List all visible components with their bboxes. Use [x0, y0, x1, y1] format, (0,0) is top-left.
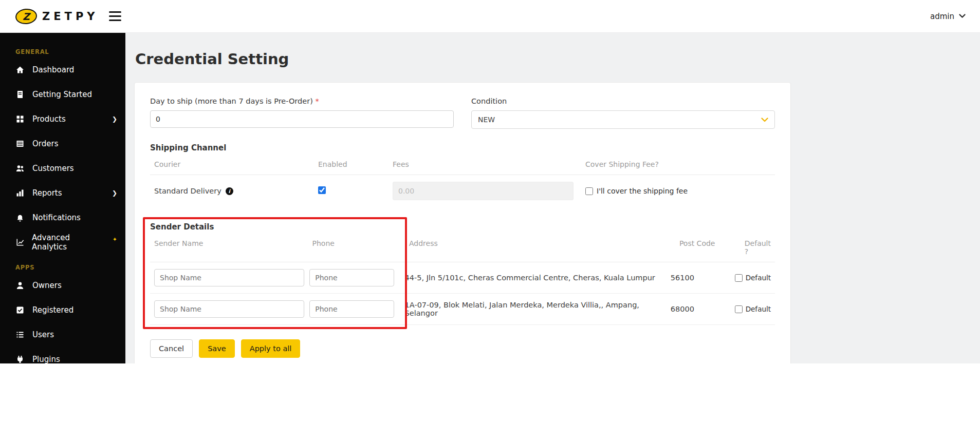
- shop-name-input[interactable]: [154, 269, 304, 286]
- sender-details-section: Sender Details Sender Name Phone Address…: [150, 222, 775, 325]
- post-code-value: 56100: [671, 274, 735, 282]
- cover-shipping-fee-header: Cover Shipping Fee?: [585, 160, 771, 168]
- customers-icon: [15, 164, 25, 172]
- phone-input[interactable]: [309, 300, 394, 318]
- required-asterisk: *: [315, 97, 319, 105]
- shop-name-input[interactable]: [154, 300, 304, 318]
- sender-name-header: Sender Name: [154, 239, 312, 256]
- chevron-right-icon: [112, 116, 117, 123]
- shipping-row: Standard Delivery I'll cover the shippin…: [150, 175, 775, 207]
- sidebar-section-general: GENERAL: [15, 48, 125, 55]
- orders-icon: [15, 140, 25, 148]
- cover-shipping-fee-checkbox[interactable]: [585, 187, 593, 195]
- brand: ZETPY: [15, 9, 123, 24]
- sender-details-title: Sender Details: [150, 222, 775, 232]
- sidebar-item-label: Orders: [32, 139, 58, 148]
- default-checkbox[interactable]: [735, 305, 743, 313]
- zetpy-logo-icon: [15, 7, 38, 25]
- products-icon: [15, 115, 25, 123]
- condition-label: Condition: [471, 97, 775, 105]
- brand-name: ZETPY: [42, 10, 99, 23]
- sidebar-item-label: Customers: [32, 164, 74, 173]
- courier-header: Courier: [154, 160, 318, 168]
- sidebar-item-owners[interactable]: Owners: [0, 273, 125, 298]
- day-to-ship-input[interactable]: [150, 110, 454, 128]
- apply-to-all-button[interactable]: Apply to all: [241, 339, 301, 358]
- day-to-ship-label-text: Day to ship (more than 7 days is Pre-Ord…: [150, 97, 313, 105]
- condition-selected-value: NEW: [478, 116, 495, 124]
- sender-table-header: Sender Name Phone Address Post Code Defa…: [150, 232, 775, 262]
- chevron-right-icon: [112, 189, 117, 197]
- owner-icon: [15, 281, 25, 290]
- form-actions: Cancel Save Apply to all: [150, 339, 775, 358]
- sidebar-item-label: Users: [32, 330, 54, 339]
- sidebar-item-label: Registered: [32, 305, 73, 315]
- credential-setting-card: Day to ship (more than 7 days is Pre-Ord…: [134, 82, 791, 363]
- condition-select[interactable]: NEW: [471, 110, 775, 129]
- sidebar-item-getting-started[interactable]: Getting Started: [0, 82, 125, 107]
- page-title: Credential Setting: [135, 50, 980, 68]
- sidebar-item-label: Getting Started: [32, 90, 92, 99]
- sidebar-item-label: Notifications: [32, 213, 81, 222]
- default-label: Default: [746, 274, 771, 282]
- sidebar-item-label: Owners: [32, 281, 62, 290]
- phone-input[interactable]: [309, 269, 394, 286]
- plugins-icon: [15, 355, 25, 363]
- courier-name: Standard Delivery: [154, 187, 221, 195]
- sidebar-item-dashboard[interactable]: Dashboard: [0, 57, 125, 82]
- sender-row: 1A-07-09, Blok Melati, Jalan Merdeka, Me…: [150, 294, 775, 325]
- premium-star-icon: [113, 236, 117, 243]
- sidebar-item-products[interactable]: Products: [0, 107, 125, 131]
- sender-row: 44-5, Jln 5/101c, Cheras Commercial Cent…: [150, 262, 775, 294]
- info-icon[interactable]: [226, 187, 233, 195]
- analytics-icon: [15, 238, 24, 246]
- sidebar: GENERAL Dashboard Getting Started Produc…: [0, 33, 125, 363]
- reports-icon: [15, 189, 25, 197]
- sidebar-item-customers[interactable]: Customers: [0, 156, 125, 181]
- sidebar-item-plugins[interactable]: Plugins: [0, 347, 125, 363]
- default-checkbox[interactable]: [735, 274, 743, 282]
- notifications-icon: [15, 214, 25, 222]
- sidebar-item-users[interactable]: Users: [0, 322, 125, 347]
- sidebar-item-advanced-analytics[interactable]: Advanced Analytics: [0, 230, 125, 255]
- sidebar-item-label: Products: [32, 114, 66, 124]
- shipping-channel-title: Shipping Channel: [150, 143, 775, 152]
- default-header: Default ?: [745, 239, 771, 256]
- sidebar-item-label: Dashboard: [32, 65, 74, 74]
- sidebar-item-notifications[interactable]: Notifications: [0, 205, 125, 230]
- enabled-header: Enabled: [318, 160, 393, 168]
- cover-shipping-fee-label: I'll cover the shipping fee: [597, 187, 688, 195]
- fees-input[interactable]: [393, 182, 574, 200]
- menu-toggle-button[interactable]: [107, 9, 123, 23]
- default-label: Default: [746, 305, 771, 313]
- post-code-value: 68000: [671, 305, 735, 313]
- address-header: Address: [409, 239, 679, 256]
- sidebar-item-label: Plugins: [32, 355, 60, 363]
- getting-started-icon: [15, 90, 25, 99]
- cancel-button[interactable]: Cancel: [150, 339, 193, 358]
- main-content: Credential Setting Day to ship (more tha…: [125, 33, 980, 363]
- sidebar-item-label: Reports: [32, 188, 62, 198]
- phone-header: Phone: [312, 239, 409, 256]
- topbar: ZETPY admin: [0, 0, 980, 33]
- sidebar-item-label: Advanced Analytics: [32, 233, 103, 252]
- shipping-table-header: Courier Enabled Fees Cover Shipping Fee?: [150, 152, 775, 175]
- chevron-down-icon: [959, 14, 966, 18]
- sidebar-item-orders[interactable]: Orders: [0, 131, 125, 156]
- sidebar-item-reports[interactable]: Reports: [0, 181, 125, 205]
- app-window: ZETPY admin GENERAL Dashboard Getting St…: [0, 0, 980, 363]
- save-button[interactable]: Save: [199, 339, 235, 358]
- user-menu[interactable]: admin: [930, 12, 966, 21]
- sidebar-section-apps: APPS: [15, 264, 125, 271]
- day-to-ship-label: Day to ship (more than 7 days is Pre-Ord…: [150, 97, 454, 105]
- address-value: 1A-07-09, Blok Melati, Jalan Merdeka, Me…: [405, 301, 671, 317]
- chevron-down-icon: [761, 118, 768, 122]
- fees-header: Fees: [393, 160, 585, 168]
- user-name: admin: [930, 12, 954, 21]
- home-icon: [15, 66, 25, 74]
- enabled-checkbox[interactable]: [318, 186, 326, 194]
- address-value: 44-5, Jln 5/101c, Cheras Commercial Cent…: [405, 274, 671, 282]
- sidebar-item-registered[interactable]: Registered: [0, 298, 125, 322]
- registered-icon: [15, 306, 25, 314]
- users-list-icon: [15, 331, 25, 339]
